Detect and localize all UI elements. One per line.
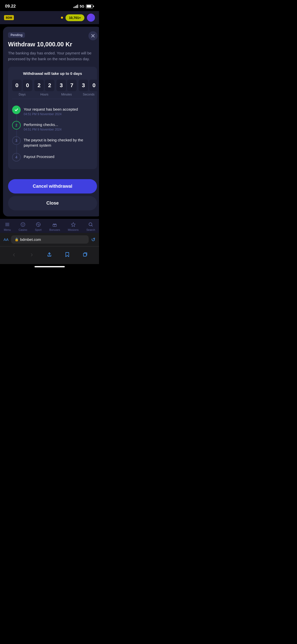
nav-search-label: Search bbox=[86, 228, 95, 231]
countdown-minutes: 3 7 Minutes bbox=[56, 80, 77, 96]
days-digit-1: 0 bbox=[12, 80, 22, 91]
forward-button[interactable]: › bbox=[26, 249, 37, 260]
avatar[interactable] bbox=[87, 14, 95, 22]
countdown-title: Withdrawal will take up to 0 days bbox=[12, 71, 93, 76]
nav-search[interactable]: Search bbox=[86, 222, 95, 231]
close-icon-button[interactable] bbox=[88, 31, 97, 40]
balance-button[interactable]: 10,701+ bbox=[65, 14, 84, 21]
nav-bonuses[interactable]: Bonuses bbox=[49, 222, 60, 231]
step-1-circle bbox=[12, 106, 21, 114]
step-1-title: Your request has been accepted bbox=[24, 107, 93, 112]
hours-digit-2: 2 bbox=[45, 80, 54, 91]
step-1-content: Your request has been accepted 04:51 PM … bbox=[24, 106, 93, 116]
steps-list: Your request has been accepted 04:51 PM … bbox=[12, 103, 93, 164]
network-label: 5G bbox=[80, 4, 84, 8]
menu-icon bbox=[5, 222, 10, 227]
nav-casino-label: Casino bbox=[19, 228, 27, 231]
app-bar: BDM 10,701+ bbox=[0, 11, 99, 24]
notification-dot bbox=[61, 17, 63, 19]
step-4: 4 Payout Processed bbox=[12, 150, 93, 164]
countdown-grid: 0 0 Days 2 2 Hours 3 7 bbox=[12, 80, 93, 96]
nav-missions-label: Missions bbox=[68, 228, 79, 231]
step-2-title: Performing checks... bbox=[24, 122, 93, 127]
search-icon bbox=[88, 222, 93, 227]
modal-description: The banking day has ended. Your payment … bbox=[8, 50, 97, 62]
back-button[interactable]: ‹ bbox=[8, 249, 19, 260]
missions-icon bbox=[71, 222, 76, 227]
step-3-content: The payout is being checked by the payme… bbox=[24, 136, 93, 148]
countdown-days: 0 0 Days bbox=[12, 80, 32, 96]
home-bar bbox=[35, 266, 65, 267]
cancel-withdrawal-button[interactable]: Cancel withdrawal bbox=[8, 179, 97, 194]
step-2-content: Performing checks... 04:51 PM 9 November… bbox=[24, 121, 93, 131]
step-2: 2 Performing checks... 04:51 PM 9 Novemb… bbox=[12, 118, 93, 134]
reload-button[interactable]: ↺ bbox=[91, 237, 95, 243]
lock-icon: 🔒 bbox=[15, 238, 19, 241]
pending-badge: Pending bbox=[8, 32, 25, 38]
tabs-button[interactable] bbox=[80, 249, 91, 260]
casino-icon bbox=[20, 222, 26, 227]
safari-toolbar: ‹ › bbox=[0, 246, 99, 264]
status-icons: 5G 81 bbox=[74, 4, 94, 8]
share-button[interactable] bbox=[44, 249, 55, 260]
svg-rect-3 bbox=[5, 224, 9, 225]
app-logo: BDM bbox=[4, 15, 14, 20]
step-4-title: Payout Processed bbox=[24, 154, 93, 159]
seconds-digit-1: 3 bbox=[79, 80, 88, 91]
countdown-box: Withdrawal will take up to 0 days 0 0 Da… bbox=[8, 67, 97, 169]
svg-rect-4 bbox=[5, 226, 9, 226]
nav-missions[interactable]: Missions bbox=[68, 222, 79, 231]
close-modal-button[interactable]: Close bbox=[8, 196, 97, 210]
nav-casino[interactable]: Casino bbox=[19, 222, 27, 231]
app-bar-right: 10,701+ bbox=[61, 14, 95, 22]
nav-sport[interactable]: Sport bbox=[35, 222, 42, 231]
svg-point-6 bbox=[22, 224, 22, 224]
url-bar[interactable]: 🔒 bdmbet.com bbox=[11, 235, 89, 244]
bottom-nav: Menu Casino Sport bbox=[0, 219, 99, 233]
hours-label: Hours bbox=[40, 93, 48, 96]
step-1-time: 04:51 PM 9 November 2024 bbox=[24, 112, 93, 116]
minutes-digit-2: 7 bbox=[67, 80, 77, 91]
home-indicator bbox=[0, 264, 99, 268]
signal-icon bbox=[74, 5, 78, 8]
bookmarks-button[interactable] bbox=[62, 249, 73, 260]
step-4-circle: 4 bbox=[12, 153, 21, 162]
url-text: bdmbet.com bbox=[20, 237, 41, 242]
modal-title: Withdraw 10,000.00 Kr bbox=[8, 41, 97, 48]
svg-line-12 bbox=[92, 226, 93, 227]
battery-icon: 81 bbox=[86, 5, 94, 8]
step-1: Your request has been accepted 04:51 PM … bbox=[12, 103, 93, 118]
step-3-circle: 3 bbox=[12, 136, 21, 145]
svg-point-8 bbox=[22, 225, 23, 226]
status-bar: 09.22 5G 81 bbox=[0, 0, 99, 11]
minutes-digit-1: 3 bbox=[56, 80, 66, 91]
bonuses-icon bbox=[52, 222, 57, 227]
step-3-title: The payout is being checked by the payme… bbox=[24, 137, 93, 148]
step-3: 3 The payout is being checked by the pay… bbox=[12, 134, 93, 150]
svg-point-7 bbox=[23, 224, 24, 224]
seconds-label: Seconds bbox=[83, 93, 95, 96]
svg-rect-14 bbox=[83, 253, 86, 256]
days-label: Days bbox=[19, 93, 25, 96]
nav-bonuses-label: Bonuses bbox=[49, 228, 60, 231]
seconds-digit-2: 0 bbox=[89, 80, 99, 91]
nav-sport-label: Sport bbox=[35, 228, 42, 231]
step-2-circle: 2 bbox=[12, 121, 21, 130]
minutes-label: Minutes bbox=[61, 93, 72, 96]
hours-digit-1: 2 bbox=[34, 80, 44, 91]
svg-point-5 bbox=[21, 222, 25, 227]
countdown-divider bbox=[12, 99, 93, 99]
modal-overlay: Pending Withdraw 10,000.00 Kr The bankin… bbox=[0, 24, 99, 219]
nav-menu[interactable]: Menu bbox=[4, 222, 11, 231]
step-2-time: 04:51 PM 9 November 2024 bbox=[24, 128, 93, 131]
aa-button[interactable]: AA bbox=[4, 237, 9, 242]
nav-menu-label: Menu bbox=[4, 228, 11, 231]
countdown-hours: 2 2 Hours bbox=[34, 80, 54, 96]
modal-card: Pending Withdraw 10,000.00 Kr The bankin… bbox=[3, 27, 99, 216]
svg-rect-2 bbox=[5, 223, 9, 223]
sport-icon bbox=[36, 222, 41, 227]
days-digit-2: 0 bbox=[23, 80, 32, 91]
countdown-seconds: 3 0 Seconds bbox=[79, 80, 99, 96]
status-time: 09.22 bbox=[5, 4, 16, 9]
browser-bar: AA 🔒 bdmbet.com ↺ bbox=[0, 233, 99, 246]
